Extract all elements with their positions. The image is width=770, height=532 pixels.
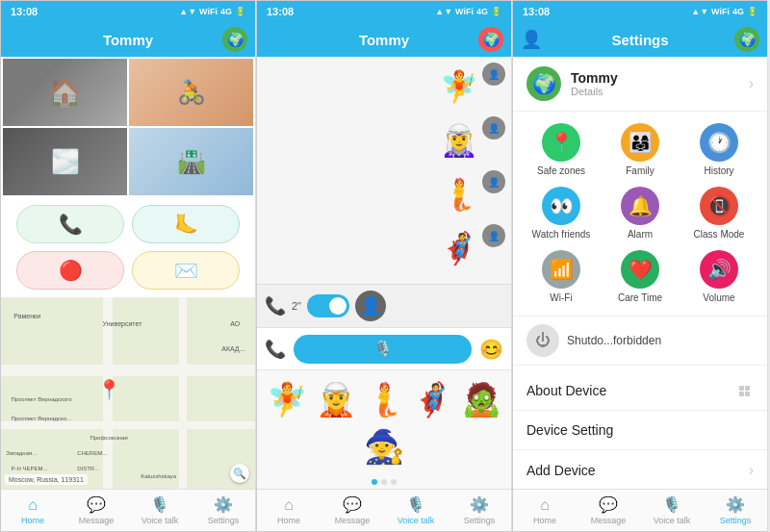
add-device-label: Add Device [526, 463, 596, 478]
map-road-h2 [1, 421, 255, 429]
sos-button[interactable]: 🔴 [16, 251, 124, 290]
map-area[interactable]: Раменки Университет АО АКАД... Проспект … [1, 297, 255, 489]
nav-home-2[interactable]: ⌂ Home [257, 490, 321, 531]
phone-input-icon[interactable]: 📞 [265, 339, 286, 360]
menu-device-setting[interactable]: Device Setting [513, 411, 767, 450]
voice-icon-1: 🎙️ [150, 495, 169, 514]
map-road-h1 [1, 365, 255, 376]
map-label-2: Университет [103, 320, 142, 327]
nav-home-3[interactable]: ⌂ Home [513, 490, 577, 531]
dot-1 [381, 479, 387, 485]
time-3: 13:08 [523, 6, 550, 17]
nav-message-3[interactable]: 💬 Message [577, 490, 640, 531]
home-icon-1: ⌂ [28, 496, 38, 514]
map-label-distr: DISTR... [77, 466, 99, 471]
location-button[interactable]: 🦶 [132, 205, 240, 243]
sticker-4: 🦸 [440, 224, 478, 272]
mini-sq-3 [739, 392, 744, 396]
emoji-icon[interactable]: 😊 [479, 338, 503, 361]
menu-about-device[interactable]: About Device [513, 371, 767, 411]
sticker-3: 🧜 [440, 170, 478, 218]
map-label-р: Р-Н ЧЕРЕМ... [12, 466, 48, 471]
map-label-3: АО [230, 320, 240, 327]
status-bar-2: 13:08 ▲▼WiFi4G🔋 [257, 1, 511, 22]
settings-icon-1: ⚙️ [214, 495, 233, 514]
nav-voice-2[interactable]: 🎙️ Voice talk [384, 490, 448, 531]
phone3-content: 🌍 Tommy Details › 📍 Safe zones 👨‍👩‍👧 Fam… [513, 57, 767, 489]
icon-safe-zones[interactable]: 📍 Safe zones [526, 123, 596, 177]
action-buttons: 📞 🦶 🔴 ✉️ [1, 197, 255, 297]
family-label: Family [626, 165, 654, 177]
nav-voice-1[interactable]: 🎙️ Voice talk [128, 490, 192, 531]
phone-icon-2[interactable]: 📞 [265, 295, 286, 317]
mini-sq-2 [745, 386, 750, 391]
map-label-kal: Kaluzshskaya [141, 473, 176, 479]
message-button[interactable]: ✉️ [132, 251, 240, 290]
nav-voice-label-1: Voice talk [141, 516, 179, 525]
sticker-panel-3[interactable]: 🧜 [364, 380, 404, 418]
map-search-icon[interactable]: 🔍 [230, 464, 249, 483]
profile-row[interactable]: 🌍 Tommy Details › [513, 57, 767, 112]
nav-home-1[interactable]: ⌂ Home [1, 490, 64, 531]
icon-family[interactable]: 👨‍👩‍👧 Family [605, 123, 675, 177]
mic-button[interactable]: 🎙️ [294, 335, 472, 364]
nav-settings-3[interactable]: ⚙️ Settings [704, 490, 767, 531]
history-label: History [704, 165, 733, 177]
shutdown-row[interactable]: ⏻ Shutdo...forbidden [513, 316, 767, 366]
map-label-cherem: CHEREM... [77, 450, 107, 456]
header-bar-2: Tommy 🌍 [257, 22, 511, 57]
sticker-panel-2[interactable]: 🧝 [316, 380, 356, 418]
voice-toggle[interactable] [307, 294, 349, 317]
message-icon-1: 💬 [87, 495, 106, 514]
map-bg: Раменки Университет АО АКАД... Проспект … [1, 297, 255, 489]
map-pin: 📍 [97, 378, 121, 401]
icon-history[interactable]: 🕐 History [684, 123, 754, 177]
bottom-nav-2: ⌂ Home 💬 Message 🎙️ Voice talk ⚙️ Settin… [257, 489, 511, 531]
icon-wifi[interactable]: 📶 Wi-Fi [526, 250, 596, 304]
phone1-content: 🏠 🚴 🌫️ 🛣️ 📞 🦶 🔴 ✉️ [1, 57, 255, 489]
settings-icon-3: ⚙️ [726, 495, 745, 514]
safe-zones-circle: 📍 [542, 123, 580, 162]
icon-care-time[interactable]: ❤️ Care Time [605, 250, 675, 304]
voice-icon-2: 🎙️ [406, 495, 425, 514]
icon-class-mode[interactable]: 📵 Class Mode [684, 187, 754, 241]
nav-voice-3[interactable]: 🎙️ Voice talk [640, 490, 704, 531]
sticker-panel-6[interactable]: 🧙 [364, 427, 404, 466]
header-bar-1: Tommy 🌍 [1, 22, 255, 57]
message-icon-3: 💬 [599, 495, 618, 514]
status-bar-3: 13:08 ▲▼WiFi4G🔋 [513, 1, 767, 22]
sticker-panel-4[interactable]: 🦸 [412, 380, 452, 418]
nav-settings-label-1: Settings [208, 516, 240, 525]
nav-settings-2[interactable]: ⚙️ Settings [448, 490, 511, 531]
sticker-panel-5[interactable]: 🧟 [461, 380, 501, 418]
header-title-3: Settings [611, 32, 668, 48]
icon-volume[interactable]: 🔊 Volume [684, 250, 754, 304]
nav-settings-1[interactable]: ⚙️ Settings [192, 490, 255, 531]
menu-section: About Device Device Setting Add Dev [513, 371, 767, 489]
nav-settings-label-2: Settings [464, 516, 496, 525]
nav-message-1[interactable]: 💬 Message [64, 490, 128, 531]
user-icon-header: 👤 [521, 29, 542, 50]
menu-add-device[interactable]: Add Device › [513, 450, 767, 489]
history-circle: 🕐 [700, 123, 738, 162]
sticker-2: 🧝‍♀️ [440, 116, 478, 165]
photo-top-left: 🏠 [3, 59, 127, 126]
care-time-circle: ❤️ [621, 250, 659, 289]
status-icons-1: ▲▼WiFi4G🔋 [179, 7, 245, 16]
icon-alarm[interactable]: 🔔 Alarm [605, 187, 675, 241]
nav-message-label-2: Message [335, 516, 371, 525]
home-icon-3: ⌂ [540, 496, 550, 514]
photo-bottom-left: 🌫️ [3, 128, 127, 195]
sticker-panel-1[interactable]: 🧚 [267, 380, 307, 418]
dot-active [372, 479, 377, 485]
map-address: Moscow, Russia, 119311 [5, 474, 88, 485]
nav-message-2[interactable]: 💬 Message [321, 490, 384, 531]
icon-watch-friends[interactable]: 👀 Watch friends [526, 187, 596, 241]
settings-icon-2: ⚙️ [470, 495, 489, 514]
class-mode-circle: 📵 [700, 187, 738, 225]
nav-home-label-1: Home [21, 516, 44, 525]
about-device-label: About Device [526, 383, 606, 398]
nav-message-label-1: Message [79, 516, 115, 525]
voice-avatar: 👤 [355, 291, 386, 321]
call-button[interactable]: 📞 [16, 205, 124, 243]
